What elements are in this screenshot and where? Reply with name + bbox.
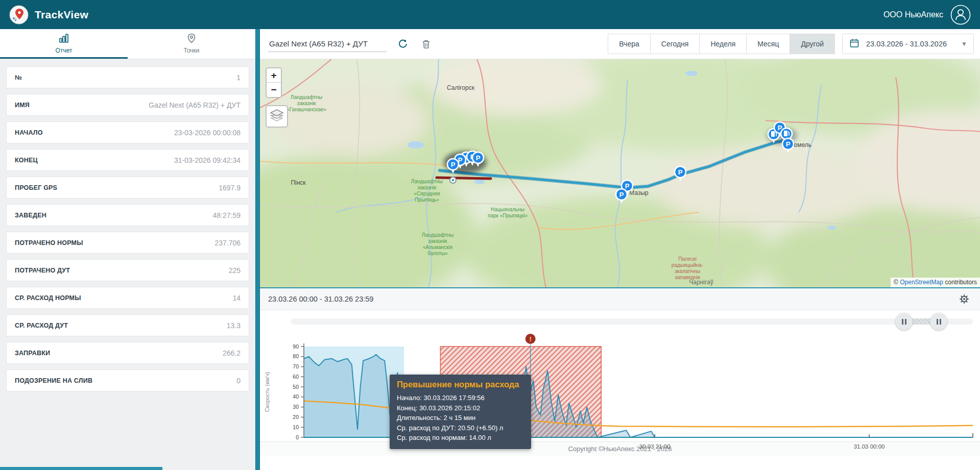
panel-divider[interactable] [255, 29, 260, 470]
chart-settings-button[interactable] [959, 293, 970, 305]
chart-range-slider [260, 310, 980, 333]
slider-handle-left[interactable] [895, 313, 913, 330]
map-place-label: Салігорск [447, 84, 475, 91]
report-row: ЗАПРАВКИ 266.2 [6, 342, 249, 364]
period-button-group: Вчера Сегодня Неделя Месяц Другой [608, 34, 835, 54]
sidebar: Отчет Точки № 1 ИМ [0, 29, 255, 470]
trash-icon [421, 43, 431, 51]
tooltip-line: Ср. расход по нормам: 14.00 л [397, 433, 524, 443]
route-violation-segment [437, 178, 491, 179]
date-range-value: 23.03.2026 - 31.03.2026 [866, 40, 947, 48]
report-row-value: 0 [236, 377, 241, 385]
report-row-label: ПОТРАЧЕНО ДУТ [15, 267, 70, 274]
app-title: TrackView [35, 9, 88, 21]
map-place-label: Мазыр [629, 189, 649, 196]
report-row-label: ЗАПРАВКИ [15, 350, 50, 357]
report-row-label: ПРОБЕГ GPS [15, 184, 57, 191]
map-marker-dot[interactable] [450, 177, 456, 183]
location-pin-icon [186, 33, 197, 45]
y-tick-label: 90 [293, 343, 299, 350]
tab-points[interactable]: Точки [128, 29, 255, 59]
slider-track[interactable] [291, 318, 973, 325]
violation-tooltip: Превышение нормы расхода Начало: 30.03.2… [390, 375, 531, 449]
app-logo-icon [9, 5, 29, 24]
zoom-out-button[interactable]: − [267, 83, 281, 97]
tooltip-line: Конец: 30.03.2026 20:15:02 [397, 403, 524, 413]
vehicle-select[interactable]: Gazel Next (A65 R32) + ДУТ [268, 36, 387, 52]
company-name: ООО НьюАпекс [883, 10, 943, 19]
y-tick-label: 70 [293, 363, 299, 369]
svg-text:P: P [476, 154, 481, 162]
chevron-down-icon: ▼ [961, 40, 967, 47]
x-tick-label: 31.03 00:00 [854, 443, 885, 450]
report-row-value: 31-03-2026 09:42:34 [174, 156, 241, 164]
period-button[interactable]: Другой [790, 34, 835, 54]
y-tick-label: 40 [293, 393, 299, 400]
layers-icon [269, 108, 284, 125]
report-row-value: 266.2 [223, 349, 241, 357]
svg-text:P: P [619, 191, 624, 199]
zoom-in-button[interactable]: + [267, 68, 281, 83]
y-tick-label: 50 [293, 384, 299, 390]
report-row-value: 237.706 [214, 239, 241, 247]
map-place-label: Ландшафтнызаказнік«СярэдняяПрыпяць» [411, 179, 443, 203]
map-place-label: Нацыянальныпарк «Прыпяцкі» [488, 207, 528, 218]
map-zoom-control: + − [266, 67, 282, 98]
period-controls: Вчера Сегодня Неделя Месяц Другой [608, 34, 974, 54]
tooltip-line: Длительность: 2 ч 15 мин [397, 413, 524, 423]
refresh-button[interactable] [396, 37, 410, 51]
main-toolbar: Gazel Next (A65 R32) + ДУТ [260, 29, 980, 59]
svg-text:P: P [786, 140, 791, 148]
map-place-label: Чарнігаў [689, 279, 713, 286]
map-place-label: Пінск [291, 179, 306, 186]
date-range-picker[interactable]: 23.03.2026 - 31.03.2026 ▼ [842, 34, 974, 54]
period-button[interactable]: Вчера [608, 34, 651, 54]
speed-fuel-chart[interactable]: 010203040506070809030.03 18:0030.03 21:0… [260, 333, 980, 441]
report-row-value: 13.3 [227, 321, 241, 330]
report-row-label: № [15, 74, 22, 81]
svg-text:!: ! [529, 335, 531, 343]
period-button[interactable]: Месяц [746, 34, 790, 54]
report-row: СР. РАСХОД НОРМЫ 14 [6, 287, 249, 309]
period-button[interactable]: Сегодня [650, 34, 700, 54]
map-canvas[interactable]: СалігорскЛандшафтнызаказнік«Ганашчанскае… [260, 59, 980, 287]
report-row-label: ИМЯ [15, 102, 30, 109]
report-row-label: ПОТРАЧЕНО НОРМЫ [15, 239, 83, 246]
y-tick-label: 80 [293, 353, 299, 359]
report-row-value: 23-03-2026 00:00:08 [174, 129, 241, 137]
horizontal-scrollbar-thumb[interactable] [0, 467, 162, 470]
refresh-icon [398, 43, 408, 51]
report-row-label: КОНЕЦ [15, 157, 38, 164]
y-tick-label: 20 [293, 414, 299, 420]
delete-button[interactable] [419, 37, 433, 51]
y-tick-label: 60 [293, 374, 299, 380]
report-row-label: СР. РАСХОД ДУТ [15, 322, 68, 329]
y-tick-label: 10 [293, 424, 299, 430]
report-row: ПОТРАЧЕНО ДУТ 225 [6, 259, 249, 281]
map-layers-button[interactable] [266, 105, 288, 128]
report-row: ЗАВЕДЕН 48:27:59 [6, 204, 249, 226]
osm-link[interactable]: OpenStreetMap [900, 279, 943, 286]
report-row-value: 225 [229, 266, 241, 275]
violation-tooltip-lines: Начало: 30.03.2026 17:59:56Конец: 30.03.… [397, 393, 524, 443]
report-row-label: НАЧАЛО [15, 129, 43, 136]
calendar-icon [850, 38, 859, 50]
report-row-value: 14 [232, 294, 241, 302]
tooltip-line: Ср. расход по ДУТ: 20.50 (+6.50) л [397, 423, 524, 433]
bar-chart-icon [58, 33, 69, 45]
report-row-value: Gazel Next (A65 R32) + ДУТ [149, 101, 241, 109]
svg-text:P: P [625, 182, 630, 190]
gear-icon [959, 293, 970, 305]
y-tick-label: 30 [293, 404, 299, 410]
report-row-value: 48:27:59 [213, 211, 241, 219]
tab-report[interactable]: Отчет [0, 29, 128, 59]
map-attribution: © OpenStreetMap contributors [891, 278, 980, 287]
chart-panel: 23.03.26 00:00 - 31.03.26 23:59 [260, 287, 980, 456]
svg-text:P: P [678, 168, 683, 176]
report-row-label: ПОДОЗРЕНИЕ НА СЛИВ [15, 377, 92, 384]
report-row-value: 1697.9 [219, 184, 241, 192]
user-avatar-icon[interactable] [950, 5, 971, 25]
x-tick-label: 30.03 21:00 [639, 443, 671, 450]
period-button[interactable]: Неделя [699, 34, 747, 54]
slider-handle-right[interactable] [930, 313, 947, 330]
